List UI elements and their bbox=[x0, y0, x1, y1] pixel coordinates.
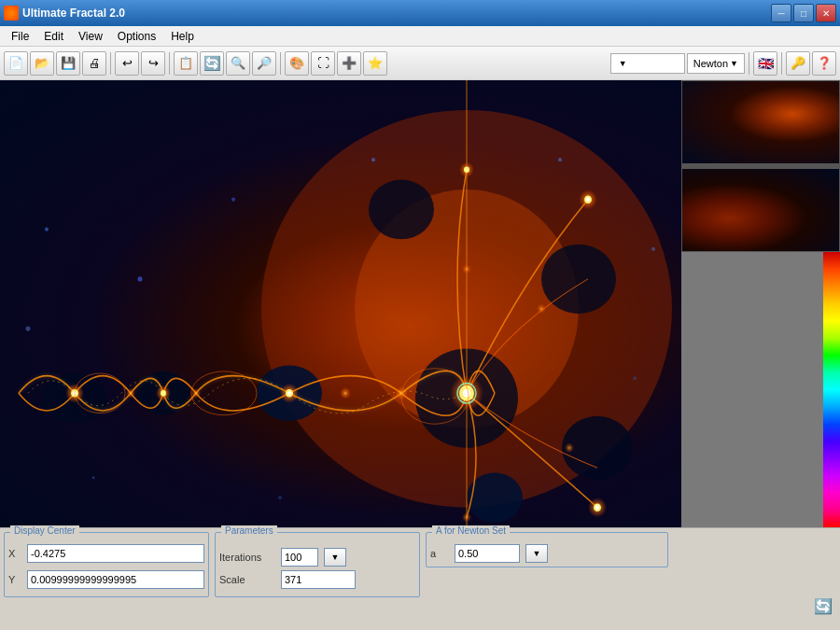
parameters-group: Parameters Iterations ▼ Scale bbox=[215, 532, 420, 597]
fractal-overlay bbox=[0, 80, 681, 527]
lock-icon: 🔑 bbox=[786, 51, 810, 76]
svg-point-44 bbox=[92, 476, 95, 479]
titlebar: Ultimate Fractal 2.0 ─ □ ✕ bbox=[0, 0, 840, 26]
toolbar-sep-4 bbox=[749, 52, 749, 75]
display-center-label: Display Center bbox=[10, 525, 79, 536]
menubar: File Edit View Options Help bbox=[0, 26, 840, 47]
svg-point-32 bbox=[126, 388, 135, 399]
close-button[interactable]: ✕ bbox=[816, 4, 836, 22]
svg-point-8 bbox=[369, 179, 434, 239]
svg-point-14 bbox=[463, 389, 470, 398]
fractal-canvas[interactable] bbox=[0, 80, 681, 527]
open-button[interactable]: 📂 bbox=[30, 51, 54, 76]
newton-label-legend: A for Newton Set bbox=[432, 525, 510, 536]
iterations-label: Iterations bbox=[219, 552, 275, 563]
y-row: Y bbox=[8, 570, 204, 589]
color-section bbox=[681, 252, 840, 527]
svg-point-43 bbox=[371, 158, 375, 161]
svg-point-20 bbox=[161, 390, 166, 396]
a-input[interactable] bbox=[455, 544, 520, 563]
app-icon bbox=[4, 6, 19, 21]
svg-point-48 bbox=[26, 326, 31, 330]
newton-arrow: ▼ bbox=[730, 59, 738, 68]
new-button[interactable]: 📄 bbox=[4, 51, 28, 76]
svg-point-38 bbox=[462, 264, 471, 274]
display-center-group: Display Center X Y bbox=[4, 532, 209, 597]
newton-label: Newton bbox=[693, 58, 728, 69]
x-label: X bbox=[8, 548, 21, 559]
app-title: Ultimate Fractal 2.0 bbox=[22, 7, 125, 20]
right-panel bbox=[681, 80, 840, 527]
menu-edit[interactable]: Edit bbox=[36, 28, 71, 45]
iterations-input[interactable] bbox=[281, 548, 318, 567]
svg-point-46 bbox=[558, 158, 562, 161]
preview-1-bg bbox=[682, 81, 839, 163]
menu-options[interactable]: Options bbox=[110, 28, 163, 45]
refresh-button[interactable]: 🔄 bbox=[200, 51, 224, 76]
zoom-in-button[interactable]: 🔍 bbox=[226, 51, 250, 76]
svg-point-31 bbox=[595, 506, 599, 510]
svg-point-34 bbox=[340, 387, 351, 399]
svg-point-49 bbox=[651, 247, 655, 251]
main-area bbox=[0, 80, 840, 527]
newton-group: A for Newton Set a ▼ bbox=[426, 532, 668, 567]
toolbar: 📄 📂 💾 🖨 ↩ ↪ 📋 🔄 🔍 🔎 🎨 ⛶ ➕ ⭐ ▼ Newton ▼ 🇬… bbox=[0, 47, 840, 80]
help-button[interactable]: ❓ bbox=[812, 51, 836, 76]
toolbar-sep-3 bbox=[280, 52, 281, 75]
svg-point-45 bbox=[278, 496, 282, 499]
a-label: a bbox=[430, 548, 449, 559]
redo-button[interactable]: ↪ bbox=[141, 51, 165, 76]
fullscreen-button[interactable]: ⛶ bbox=[311, 51, 335, 76]
titlebar-controls: ─ □ ✕ bbox=[771, 4, 836, 22]
preview-2[interactable] bbox=[681, 168, 840, 252]
toolbar-sep-2 bbox=[169, 52, 170, 75]
svg-point-40 bbox=[45, 228, 49, 231]
print-button[interactable]: 🖨 bbox=[82, 51, 106, 76]
add-button[interactable]: ➕ bbox=[337, 51, 361, 76]
a-dropdown[interactable]: ▼ bbox=[525, 544, 548, 563]
preview-1[interactable] bbox=[681, 80, 840, 164]
fractal-type-dropdown[interactable]: ▼ bbox=[610, 53, 685, 74]
newton-selector[interactable]: Newton ▼ bbox=[687, 53, 745, 74]
svg-point-41 bbox=[138, 276, 143, 281]
svg-point-37 bbox=[565, 443, 574, 454]
save-button[interactable]: 💾 bbox=[56, 51, 80, 76]
svg-point-6 bbox=[541, 245, 616, 315]
copy-button[interactable]: 📋 bbox=[174, 51, 198, 76]
menu-help[interactable]: Help bbox=[163, 28, 202, 45]
toolbar-sep-5 bbox=[781, 52, 782, 75]
maximize-button[interactable]: □ bbox=[793, 4, 814, 22]
scale-input[interactable] bbox=[281, 570, 356, 589]
svg-point-28 bbox=[586, 198, 590, 202]
bottom-panel: Display Center X Y Parameters Iterations… bbox=[0, 527, 840, 630]
svg-point-51 bbox=[191, 371, 257, 415]
zoom-out-button[interactable]: 🔎 bbox=[252, 51, 276, 76]
y-input[interactable] bbox=[27, 570, 204, 589]
undo-button[interactable]: ↩ bbox=[115, 51, 139, 76]
preview-2-bg bbox=[682, 169, 839, 251]
x-input[interactable] bbox=[27, 544, 204, 563]
star-button[interactable]: ⭐ bbox=[363, 51, 387, 76]
svg-point-42 bbox=[231, 198, 235, 202]
iterations-row: Iterations ▼ bbox=[219, 548, 415, 567]
a-row: a ▼ bbox=[430, 544, 664, 563]
flag-button[interactable]: 🇬🇧 bbox=[753, 51, 777, 76]
svg-point-39 bbox=[462, 512, 471, 523]
scale-row: Scale bbox=[219, 570, 415, 589]
menu-view[interactable]: View bbox=[71, 28, 110, 45]
svg-point-47 bbox=[633, 376, 637, 380]
menu-file[interactable]: File bbox=[4, 28, 36, 45]
scale-label: Scale bbox=[219, 574, 275, 585]
titlebar-left: Ultimate Fractal 2.0 bbox=[4, 6, 125, 21]
minimize-button[interactable]: ─ bbox=[771, 4, 791, 22]
palette-button[interactable]: 🎨 bbox=[285, 51, 309, 76]
y-label: Y bbox=[8, 574, 21, 585]
dropdown-arrow: ▼ bbox=[619, 59, 627, 68]
x-row: X bbox=[8, 544, 204, 563]
toolbar-sep-1 bbox=[110, 52, 111, 75]
refresh-bottom-icon[interactable]: 🔄 bbox=[814, 597, 833, 615]
iterations-dropdown[interactable]: ▼ bbox=[324, 548, 346, 567]
parameters-label: Parameters bbox=[221, 525, 277, 536]
color-palette[interactable] bbox=[823, 252, 840, 527]
svg-point-36 bbox=[537, 304, 546, 315]
